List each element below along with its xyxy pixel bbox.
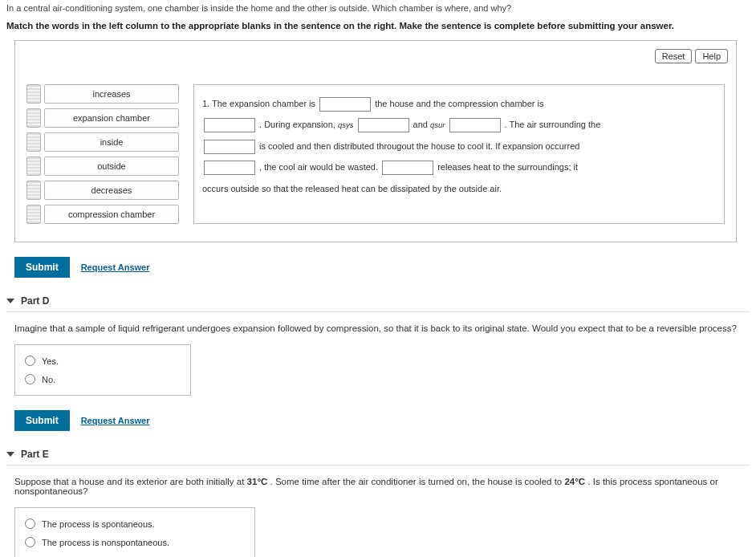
part-title: Part D: [21, 295, 49, 307]
instruction-text: Match the words in the left column to th…: [6, 21, 750, 30]
q-sur-symbol: qsur: [430, 120, 445, 129]
sentence-text: is cooled and then distributed througout…: [259, 141, 579, 151]
chevron-down-icon: [6, 299, 14, 303]
drop-blank[interactable]: [204, 161, 255, 175]
choice-row[interactable]: The process is spontaneous.: [25, 514, 245, 533]
drag-grip[interactable]: [26, 157, 41, 176]
submit-button[interactable]: Submit: [14, 257, 70, 278]
drop-blank[interactable]: [204, 140, 255, 154]
part-e-choices: The process is spontaneous. The process …: [14, 507, 255, 557]
part-d-choices: Yes. No.: [14, 344, 191, 396]
choice-row[interactable]: No.: [25, 370, 181, 388]
prompt-text: Suppose that a house and its exterior ar…: [14, 477, 247, 486]
radio-no[interactable]: [25, 374, 35, 384]
matching-exercise-box: Reset Help increases expansion chamber i…: [14, 40, 737, 242]
radio-spontaneous[interactable]: [25, 518, 35, 529]
radio-yes[interactable]: [25, 356, 35, 366]
radio-nonspontaneous[interactable]: [25, 537, 35, 547]
drag-grip[interactable]: [26, 84, 41, 104]
q-sys-symbol: qsys: [338, 120, 354, 129]
term-item[interactable]: expansion chamber: [44, 108, 179, 128]
choice-row[interactable]: Yes.: [25, 352, 181, 370]
part-e-prompt: Suppose that a house and its exterior ar…: [14, 477, 750, 496]
choice-label: The process is nonspontaneous.: [42, 538, 169, 547]
part-e-header[interactable]: Part E: [6, 444, 750, 466]
request-answer-link[interactable]: Request Answer: [81, 416, 150, 425]
drag-grip[interactable]: [26, 205, 41, 224]
submit-button[interactable]: Submit: [14, 410, 70, 431]
drag-grip[interactable]: [26, 181, 41, 200]
reset-button[interactable]: Reset: [655, 49, 693, 63]
drag-grip[interactable]: [26, 108, 41, 128]
sentence-text: . During expansion,: [259, 120, 338, 129]
help-button[interactable]: Help: [695, 49, 728, 63]
drop-blank[interactable]: [319, 97, 371, 112]
part-d-prompt: Imagine that a sample of liquid refriger…: [14, 323, 750, 333]
choice-label: No.: [42, 375, 55, 384]
temperature-value: 24°C: [564, 477, 585, 486]
term-column: increases expansion chamber inside outsi…: [26, 84, 179, 224]
part-title: Part E: [21, 449, 49, 460]
chevron-down-icon: [6, 452, 14, 457]
sentence-text: , the cool air would be wasted.: [259, 162, 378, 172]
choice-row[interactable]: The process is nonspontaneous.: [25, 533, 245, 551]
request-answer-link[interactable]: Request Answer: [81, 262, 150, 272]
sentence-text: . The air surrounding the: [505, 120, 601, 129]
term-item[interactable]: decreases: [44, 181, 179, 200]
sentence-target-box: 1. The expansion chamber is the house an…: [193, 84, 725, 224]
part-d-header[interactable]: Part D: [6, 291, 750, 312]
term-item[interactable]: outside: [44, 157, 179, 176]
context-fragment: In a central air-conditioning system, on…: [6, 3, 750, 13]
term-item[interactable]: compression chamber: [44, 205, 179, 224]
term-item[interactable]: inside: [44, 132, 179, 152]
drag-grip[interactable]: [26, 132, 41, 152]
temperature-value: 31°C: [247, 477, 268, 486]
term-item[interactable]: increases: [44, 84, 179, 104]
drop-blank[interactable]: [358, 118, 409, 132]
prompt-text: . Some time after the air conditioner is…: [270, 477, 565, 486]
choice-label: Yes.: [42, 356, 59, 366]
sentence-text: releases heat to the surroundings; it: [437, 162, 578, 172]
choice-label: The process is spontaneous.: [42, 519, 155, 529]
drop-blank[interactable]: [204, 118, 255, 132]
sentence-text: 1. The expansion chamber is: [202, 99, 315, 108]
sentence-text: occurs outside so that the released heat…: [202, 184, 502, 193]
drop-blank[interactable]: [382, 161, 433, 175]
drop-blank[interactable]: [449, 118, 501, 132]
sentence-text: and: [413, 120, 430, 129]
sentence-text: the house and the compression chamber is: [375, 99, 543, 108]
